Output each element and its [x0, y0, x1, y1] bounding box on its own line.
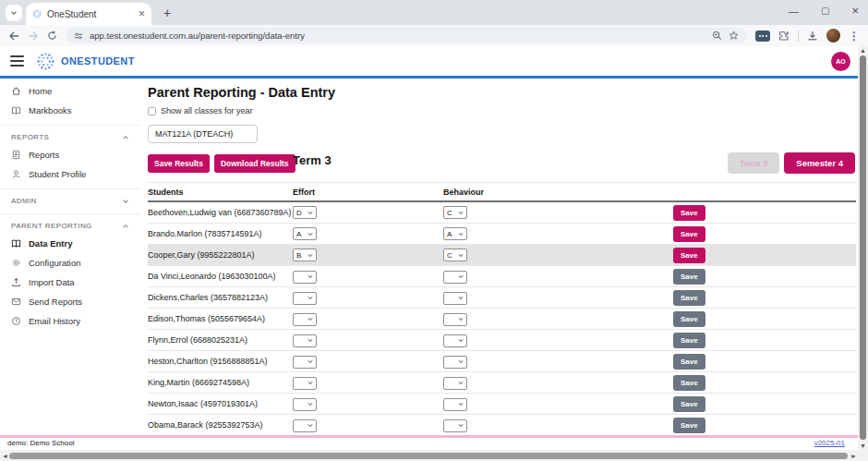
url-text[interactable]: app.test.onestudent.com.au/parent-report…: [90, 30, 705, 41]
behaviour-select[interactable]: [443, 398, 467, 411]
effort-select[interactable]: [293, 377, 317, 390]
sidebar-item-configuration[interactable]: Configuration: [0, 253, 140, 273]
behaviour-select[interactable]: [443, 377, 467, 390]
effort-select[interactable]: D: [293, 206, 317, 219]
sidebar-item-reports[interactable]: Reports: [0, 145, 140, 164]
student-name: Brando,Marlon (7835714591A): [148, 229, 293, 238]
forward-icon[interactable]: [28, 31, 39, 41]
behaviour-select[interactable]: A: [443, 227, 467, 240]
chevron-down-icon: [307, 381, 313, 385]
download-icon[interactable]: [807, 30, 818, 42]
sidebar-section-admin[interactable]: ADMIN: [0, 188, 140, 209]
sidebar-item-label: Student Profile: [29, 169, 86, 179]
semester-4-button[interactable]: Semester 4: [784, 152, 855, 174]
extensions-puzzle-icon[interactable]: [778, 30, 790, 42]
zoom-icon[interactable]: [712, 30, 722, 41]
behaviour-select[interactable]: [443, 313, 467, 326]
scroll-left-icon[interactable]: ◄: [2, 453, 8, 459]
student-name: Obama,Barack (9255392753A): [148, 420, 293, 430]
table-row: Da Vinci,Leonardo (1963030100A) Save: [148, 266, 856, 287]
show-all-classes-row[interactable]: Show all classes for year: [148, 106, 856, 115]
tab-close-icon[interactable]: ×: [139, 9, 145, 18]
term-3-button[interactable]: Term 3: [728, 152, 779, 174]
behaviour-select[interactable]: C: [443, 249, 467, 261]
sidebar-section-reports[interactable]: REPORTS: [0, 125, 140, 145]
effort-select[interactable]: A: [293, 227, 317, 240]
download-results-button[interactable]: Download Results: [214, 154, 295, 173]
row-save-button[interactable]: Save: [673, 248, 705, 263]
horizontal-scrollbar[interactable]: ◄ ►: [0, 450, 868, 461]
scroll-right-icon[interactable]: ►: [850, 453, 857, 459]
behaviour-select[interactable]: [443, 356, 467, 369]
row-save-button[interactable]: Save: [673, 290, 705, 306]
effort-value: B: [296, 251, 301, 260]
effort-select[interactable]: [293, 398, 317, 411]
window-close-button[interactable]: ×: [851, 4, 859, 18]
effort-select[interactable]: B: [293, 249, 317, 261]
bookmark-star-icon[interactable]: [729, 30, 739, 41]
back-icon[interactable]: [8, 31, 19, 41]
sidebar-item-import-data[interactable]: Import Data: [0, 273, 140, 292]
vertical-scrollbar-thumb[interactable]: [860, 55, 866, 440]
effort-select[interactable]: [293, 271, 317, 284]
row-save-button[interactable]: Save: [673, 205, 705, 221]
class-select[interactable]: MAT121A (DTEACH): [148, 125, 258, 143]
row-save-button[interactable]: Save: [673, 226, 705, 242]
sidebar-item-home[interactable]: Home: [0, 81, 140, 101]
row-save-button[interactable]: Save: [673, 375, 705, 391]
browser-profile-avatar[interactable]: [826, 29, 840, 42]
sidebar-section-parent-reporting[interactable]: PARENT REPORTING: [0, 213, 140, 234]
chevron-down-icon: [307, 296, 313, 300]
extension-dark-icon[interactable]: [755, 30, 770, 42]
sidebar-item-send-reports[interactable]: Send Reports: [0, 292, 140, 311]
class-select-value: MAT121A (DTEACH): [155, 129, 233, 139]
effort-select[interactable]: [293, 334, 317, 347]
row-save-button[interactable]: Save: [673, 418, 705, 433]
effort-select[interactable]: [293, 292, 317, 305]
behaviour-select[interactable]: C: [443, 206, 467, 219]
scroll-down-icon[interactable]: ▼: [858, 443, 868, 449]
onestudent-logo-icon: [36, 52, 55, 71]
scroll-up-icon[interactable]: ▲: [858, 47, 868, 54]
reload-icon[interactable]: [47, 30, 57, 41]
hamburger-menu-icon[interactable]: [10, 55, 24, 67]
menu-dots-icon[interactable]: ⋮: [849, 30, 860, 42]
row-save-button[interactable]: Save: [673, 269, 705, 285]
tab-title: OneStudent: [47, 9, 133, 19]
window-minimize-button[interactable]: —: [789, 6, 799, 17]
show-all-classes-checkbox[interactable]: [148, 107, 156, 115]
row-save-button[interactable]: Save: [673, 333, 705, 348]
new-tab-button[interactable]: +: [159, 5, 175, 21]
behaviour-select[interactable]: [443, 292, 467, 305]
sidebar-item-data-entry[interactable]: Data Entry: [0, 234, 140, 253]
student-name: Flynn,Errol (6688025231A): [148, 335, 293, 345]
window-maximize-button[interactable]: ▢: [821, 6, 829, 16]
effort-select[interactable]: [293, 313, 317, 326]
sidebar-item-email-history[interactable]: Email History: [0, 311, 140, 331]
table-row: Dickens,Charles (3657882123A) Save: [148, 287, 856, 309]
horizontal-scrollbar-thumb[interactable]: [9, 453, 848, 459]
effort-select[interactable]: [293, 419, 317, 432]
version-link[interactable]: v2025-01: [814, 439, 845, 447]
behaviour-value: C: [447, 209, 452, 217]
behaviour-select[interactable]: [443, 419, 467, 432]
user-avatar[interactable]: AO: [831, 52, 850, 71]
behaviour-select[interactable]: [443, 271, 467, 284]
effort-select[interactable]: [293, 356, 317, 369]
behaviour-select[interactable]: [443, 334, 467, 347]
site-settings-icon[interactable]: [74, 31, 83, 41]
student-name: Newton,Isaac (4597019301A): [148, 399, 293, 408]
row-save-button[interactable]: Save: [673, 396, 705, 412]
vertical-scrollbar[interactable]: ▲ ▼: [858, 46, 868, 450]
sidebar-item-student-profile[interactable]: Student Profile: [0, 164, 140, 184]
row-save-button[interactable]: Save: [673, 311, 705, 327]
save-results-button[interactable]: Save Results: [148, 154, 210, 173]
chevron-down-icon: [458, 211, 464, 215]
sidebar-item-markbooks[interactable]: Markbooks: [0, 101, 140, 120]
row-save-button[interactable]: Save: [673, 354, 705, 370]
tab-search-button[interactable]: [6, 5, 22, 21]
student-name: King,Martin (8669274598A): [148, 378, 293, 387]
url-bar[interactable]: app.test.onestudent.com.au/parent-report…: [66, 28, 747, 43]
chevron-down-icon: [458, 423, 464, 428]
browser-tab[interactable]: OneStudent ×: [26, 3, 151, 25]
